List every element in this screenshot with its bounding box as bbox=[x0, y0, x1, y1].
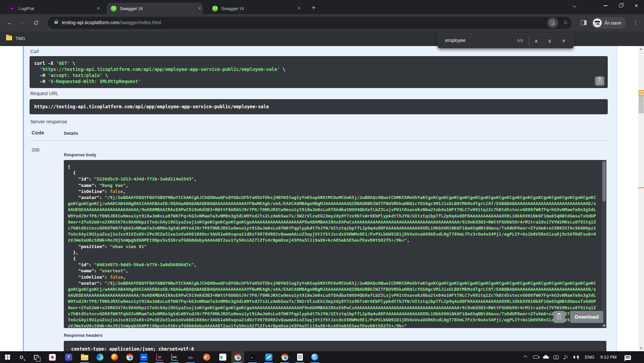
page-scrollbar[interactable]: ▲ ▼ bbox=[638, 46, 644, 351]
logiplat-favicon-icon bbox=[9, 6, 15, 11]
tab-close-icon[interactable]: × bbox=[296, 5, 302, 11]
restore-button[interactable] bbox=[613, 0, 629, 11]
find-next-button[interactable]: ∨ bbox=[545, 36, 555, 46]
taskbar-firefox-icon[interactable] bbox=[108, 351, 121, 363]
lock-icon bbox=[54, 21, 58, 24]
curl-label: Curl bbox=[30, 49, 39, 54]
tab-close-icon[interactable]: × bbox=[197, 5, 203, 11]
battery-icon[interactable] bbox=[533, 354, 540, 361]
url-text: testing-api.ticoplatform.com/swagger/ind… bbox=[62, 20, 161, 25]
response-headers-block[interactable]: content-type: application/json; charset=… bbox=[64, 341, 606, 351]
wifi-icon[interactable] bbox=[563, 354, 570, 361]
download-button[interactable]: Download bbox=[570, 311, 603, 323]
chevron-down-icon bbox=[572, 3, 577, 7]
side-panel-icon[interactable] bbox=[581, 20, 587, 25]
back-button[interactable]: ← bbox=[4, 17, 15, 28]
taskbar-zalo-icon[interactable]: Zalo bbox=[137, 351, 150, 363]
tray-expand-button[interactable] bbox=[522, 354, 530, 361]
scrollbar-thumb[interactable] bbox=[602, 161, 606, 202]
chevron-up-icon bbox=[523, 355, 527, 359]
scroll-up-button[interactable]: ▲ bbox=[638, 46, 644, 52]
details-column-header: Details bbox=[64, 131, 78, 136]
copy-response-button[interactable] bbox=[553, 311, 565, 323]
tab-title: Swagger UI bbox=[120, 6, 190, 11]
incognito-badge[interactable]: Ẩn danh bbox=[592, 17, 626, 29]
language-indicator[interactable]: ENG bbox=[585, 355, 594, 360]
taskbar-remote-app-icon[interactable] bbox=[46, 351, 59, 363]
taskbar-start-icon[interactable] bbox=[1, 351, 14, 363]
camera-icon[interactable] bbox=[553, 354, 560, 361]
taskbar-screenshot-tool-icon[interactable] bbox=[216, 351, 229, 363]
taskbar-file-explorer-icon[interactable] bbox=[78, 351, 91, 363]
tab-title: LogiPlat bbox=[18, 6, 89, 11]
taskbar-teams-icon[interactable]: T bbox=[62, 351, 75, 363]
clock[interactable]: 9:12 PM bbox=[600, 355, 616, 360]
code-line: { bbox=[68, 256, 597, 262]
onedrive-cloud-icon[interactable] bbox=[543, 354, 550, 361]
code-line: "name": "Dang Van", bbox=[68, 183, 597, 189]
tab-strip: LogiPlat × Swagger UI × Swagger UI × + × bbox=[0, 0, 644, 14]
clipboard-icon bbox=[557, 314, 561, 319]
minimize-button[interactable] bbox=[598, 0, 613, 11]
swagger-page: Curl curl -X 'GET' \ 'https://testing-ap… bbox=[0, 46, 644, 351]
browser-menu-button[interactable]: ⋮ bbox=[633, 19, 638, 26]
find-bar[interactable]: employee 6/8 ∧ ∨ × bbox=[438, 33, 574, 48]
taskbar-search-icon[interactable] bbox=[15, 351, 28, 363]
notification-center-button[interactable] bbox=[625, 354, 632, 361]
bookmark-folder-tmg[interactable]: TMG bbox=[15, 36, 25, 41]
code-line: "position": "nhan vien 01" bbox=[68, 244, 597, 250]
taskbar-pen-app-icon[interactable] bbox=[200, 351, 213, 363]
taskbar-task-view-icon[interactable] bbox=[30, 351, 43, 363]
find-previous-button[interactable]: ∧ bbox=[531, 36, 541, 46]
forward-button[interactable]: → bbox=[17, 17, 28, 28]
address-bar[interactable]: testing-api.ticoplatform.com/swagger/ind… bbox=[48, 17, 571, 29]
response-body-scrollbar[interactable]: ▼ bbox=[602, 160, 606, 328]
curl-command-block[interactable]: curl -X 'GET' \ 'https://testing-api.tic… bbox=[30, 56, 608, 88]
find-query-input[interactable]: employee bbox=[445, 38, 466, 43]
taskbar-notes-app-icon[interactable] bbox=[293, 351, 306, 363]
taskbar-chrome-active-icon[interactable] bbox=[231, 351, 244, 363]
tab-swagger-2[interactable]: Swagger UI × bbox=[208, 3, 302, 14]
response-body-block[interactable]: [ { "id": "5226d5c9-1d13-434d-f71b-3a0d1… bbox=[64, 160, 606, 328]
tab-swagger-active[interactable]: Swagger UI × bbox=[107, 3, 203, 14]
tab-search-button[interactable] bbox=[566, 0, 582, 11]
find-close-button[interactable]: × bbox=[559, 36, 569, 46]
close-window-button[interactable]: × bbox=[629, 0, 644, 11]
find-match-marker bbox=[638, 187, 644, 188]
scrollbar-thumb[interactable] bbox=[639, 96, 644, 113]
scroll-down-icon[interactable]: ▼ bbox=[603, 324, 606, 327]
tab-close-icon[interactable]: × bbox=[95, 5, 101, 11]
reload-button[interactable] bbox=[31, 17, 42, 28]
code-line: -H 'accept: text/plain' \ bbox=[34, 72, 603, 78]
code-line: 'https://testing-api.ticoplatform.com/ap… bbox=[34, 66, 603, 72]
request-url-block[interactable]: https://testing-api.ticoplatform.com/api… bbox=[30, 99, 608, 114]
response-header-line: content-type: application/json; charset=… bbox=[71, 346, 194, 351]
taskbar-browser-app-icon[interactable] bbox=[308, 351, 321, 363]
volume-icon[interactable] bbox=[573, 354, 580, 361]
code-line: "isOnline": false, bbox=[68, 189, 597, 195]
restore-icon bbox=[619, 4, 623, 7]
swagger-favicon-icon bbox=[212, 6, 218, 11]
code-line: "id": "d4634973-9dd5-56a0-b776-3a0d56886… bbox=[68, 262, 597, 268]
request-url-label: Request URL bbox=[30, 91, 58, 96]
taskbar-datagrip-icon[interactable]: DG bbox=[168, 351, 181, 363]
magnifier-icon bbox=[552, 22, 554, 24]
tab-title: Swagger UI bbox=[221, 6, 290, 11]
copy-curl-button[interactable] bbox=[595, 76, 604, 86]
taskbar-terminal-icon[interactable]: >_ bbox=[246, 351, 259, 363]
find-match-marker bbox=[638, 93, 644, 94]
taskbar-chrome-profile-icon[interactable] bbox=[278, 351, 291, 363]
code-line: "isOnline": false, bbox=[68, 274, 597, 280]
taskbar-chrome-icon[interactable] bbox=[123, 351, 136, 363]
bookmark-star-icon[interactable]: ☆ bbox=[563, 19, 568, 26]
taskbar-intellij-icon[interactable]: IJ bbox=[153, 351, 166, 363]
taskbar-visual-studio-icon[interactable]: ∞ bbox=[184, 351, 197, 363]
tab-logiplat[interactable]: LogiPlat × bbox=[5, 3, 101, 14]
taskbar-vscode-icon[interactable] bbox=[262, 351, 275, 363]
search-in-page-button[interactable] bbox=[547, 17, 558, 28]
scroll-down-button[interactable]: ▼ bbox=[638, 346, 644, 351]
folder-icon bbox=[6, 36, 12, 40]
new-tab-button[interactable]: + bbox=[309, 3, 318, 13]
taskbar-edge-icon[interactable] bbox=[93, 351, 106, 363]
table-divider bbox=[30, 140, 608, 141]
